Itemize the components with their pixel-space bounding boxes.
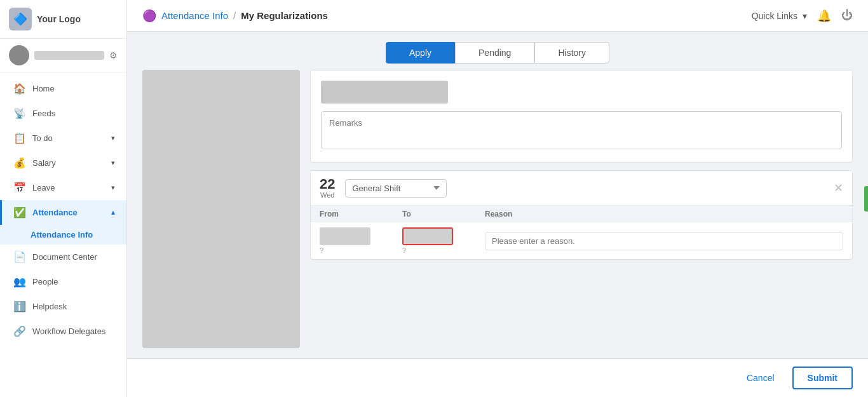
header: 🟣 Attendance Info / My Regularizations Q… xyxy=(127,0,868,32)
people-icon: 👥 xyxy=(13,276,26,288)
logo-text: Your Logo xyxy=(37,14,81,24)
chevron-down-icon: ▾ xyxy=(111,134,115,142)
todo-icon: 📋 xyxy=(13,132,26,144)
feeds-icon: 📡 xyxy=(13,107,26,119)
quick-links-label: Quick Links xyxy=(752,11,797,21)
sidebar-subitem-attendance-info[interactable]: Attendance Info xyxy=(0,225,126,245)
sidebar-item-label: Salary xyxy=(32,158,56,168)
logo-area: 🔷 Your Logo xyxy=(0,0,126,39)
sidebar-item-label: Document Center xyxy=(32,252,97,262)
chevron-down-icon: ▾ xyxy=(111,184,115,192)
gear-icon[interactable]: ⚙ xyxy=(109,50,118,60)
sidebar-item-label: Workflow Delegates xyxy=(32,326,105,336)
to-time-question: ? xyxy=(402,246,406,254)
shift-select-wrap: General Shift xyxy=(345,179,826,198)
notifications-bell-icon[interactable]: 🔔 xyxy=(817,9,831,23)
form-layout: 22 Wed General Shift ✕ From To xyxy=(127,70,868,358)
shift-table-header: From To Reason xyxy=(311,206,852,222)
breadcrumb-current: My Regularizations xyxy=(241,10,328,21)
sidebar-item-label: Feeds xyxy=(32,109,55,118)
tab-apply[interactable]: Apply xyxy=(386,42,455,64)
quick-links-button[interactable]: Quick Links ▾ xyxy=(752,11,807,21)
image-panel xyxy=(142,70,300,348)
sidebar-item-document-center[interactable]: 📄 Document Center xyxy=(0,245,126,269)
from-time-input[interactable] xyxy=(320,227,370,245)
sidebar-item-people[interactable]: 👥 People xyxy=(0,269,126,294)
tab-bar: Apply Pending History xyxy=(127,32,868,70)
main-content: 🟣 Attendance Info / My Regularizations Q… xyxy=(127,0,868,397)
from-time-question: ? xyxy=(320,246,323,254)
power-icon[interactable]: ⏻ xyxy=(841,9,853,22)
shift-header: 22 Wed General Shift ✕ xyxy=(311,171,852,206)
shift-row-box: 22 Wed General Shift ✕ From To xyxy=(310,170,853,260)
chevron-down-icon: ▾ xyxy=(111,159,115,167)
attendance-icon: ✅ xyxy=(13,206,26,219)
sidebar-item-feeds[interactable]: 📡 Feeds xyxy=(0,101,126,126)
sidebar-item-leave[interactable]: 📅 Leave ▾ xyxy=(0,175,126,200)
document-icon: 📄 xyxy=(13,251,26,263)
tab-pending[interactable]: Pending xyxy=(455,42,534,64)
sidebar-item-label: People xyxy=(32,277,58,286)
from-time-wrap: ? xyxy=(320,227,402,254)
home-icon: 🏠 xyxy=(13,83,26,95)
user-name-bar xyxy=(34,51,104,60)
tab-history[interactable]: History xyxy=(534,42,609,64)
date-number: 22 xyxy=(320,177,335,191)
breadcrumb-link[interactable]: Attendance Info xyxy=(161,10,228,21)
to-time-wrap: ? xyxy=(402,227,485,254)
nav-items: 🏠 Home 📡 Feeds 📋 To do ▾ 💰 Salary ▾ 📅 Le… xyxy=(0,72,126,397)
leave-icon: 📅 xyxy=(13,182,26,194)
sidebar-item-label: Home xyxy=(32,84,55,93)
bottom-action-bar: Cancel Submit xyxy=(127,358,868,397)
sidebar-item-label: Leave xyxy=(32,183,55,192)
right-panel: 22 Wed General Shift ✕ From To xyxy=(310,70,853,348)
chevron-down-icon: ▾ xyxy=(803,11,807,21)
date-day: Wed xyxy=(320,191,334,199)
content-area: Apply Pending History 22 xyxy=(127,32,868,358)
sidebar-subitem-label: Attendance Info xyxy=(31,230,93,239)
to-column-header: To xyxy=(402,210,485,219)
reason-input[interactable] xyxy=(485,232,843,250)
avatar xyxy=(9,45,29,65)
shift-table-row: ? ? xyxy=(311,222,852,259)
sidebar: 🔷 Your Logo ⚙ 🏠 Home 📡 Feeds 📋 To do ▾ 💰… xyxy=(0,0,127,397)
shift-select[interactable]: General Shift xyxy=(345,179,447,198)
close-shift-button[interactable]: ✕ xyxy=(834,181,843,195)
to-time-input[interactable] xyxy=(402,227,453,245)
logo-icon: 🔷 xyxy=(9,8,32,30)
grey-block-placeholder xyxy=(321,81,448,104)
sidebar-item-label: To do xyxy=(32,133,53,143)
reason-column-header: Reason xyxy=(485,210,843,219)
workflow-icon: 🔗 xyxy=(13,325,26,337)
sidebar-item-todo[interactable]: 📋 To do ▾ xyxy=(0,126,126,151)
submit-button[interactable]: Submit xyxy=(792,367,853,389)
breadcrumb: 🟣 Attendance Info / My Regularizations xyxy=(142,9,328,23)
cancel-button[interactable]: Cancel xyxy=(736,368,785,388)
from-column-header: From xyxy=(320,210,402,219)
attendance-breadcrumb-icon: 🟣 xyxy=(142,9,156,23)
salary-icon: 💰 xyxy=(13,157,26,169)
sidebar-item-label: Attendance xyxy=(32,208,78,217)
form-top-box xyxy=(310,70,853,163)
header-right: Quick Links ▾ 🔔 ⏻ xyxy=(752,9,853,23)
date-block: 22 Wed xyxy=(320,177,335,199)
sidebar-item-attendance[interactable]: ✅ Attendance ▴ xyxy=(0,200,126,225)
user-section: ⚙ xyxy=(0,39,126,72)
helpdesk-icon: ℹ️ xyxy=(13,300,26,313)
sidebar-item-workflow-delegates[interactable]: 🔗 Workflow Delegates xyxy=(0,319,126,344)
sidebar-item-helpdesk[interactable]: ℹ️ Helpdesk xyxy=(0,294,126,319)
chevron-up-icon: ▴ xyxy=(111,208,115,217)
sidebar-item-home[interactable]: 🏠 Home xyxy=(0,76,126,101)
green-accent-bar xyxy=(864,186,868,212)
sidebar-item-salary[interactable]: 💰 Salary ▾ xyxy=(0,151,126,175)
sidebar-item-label: Helpdesk xyxy=(32,302,67,311)
breadcrumb-separator: / xyxy=(233,10,236,21)
remarks-input[interactable] xyxy=(321,111,842,149)
